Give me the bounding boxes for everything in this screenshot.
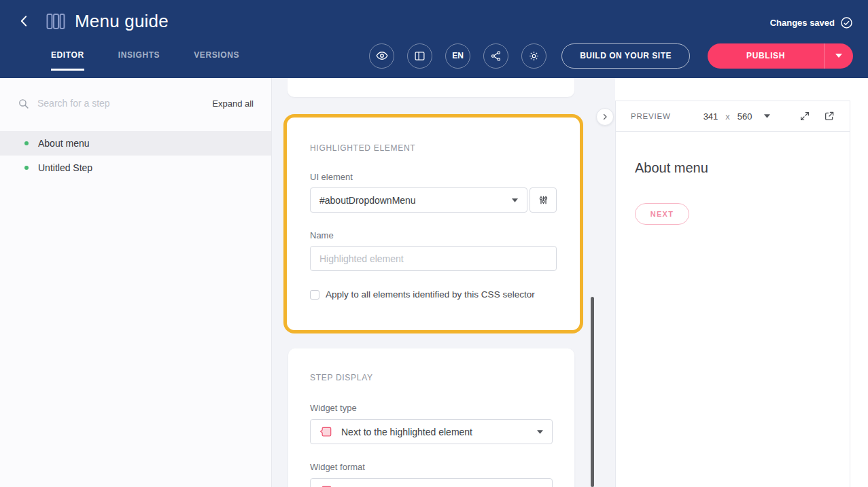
tooltip-widget-icon	[319, 425, 333, 439]
widget-format-select[interactable]	[310, 478, 553, 487]
widget-type-label: Widget type	[310, 403, 553, 413]
previous-card-partial	[288, 78, 574, 97]
preview-title: PREVIEW	[631, 112, 671, 120]
share-icon	[490, 50, 502, 62]
selector-settings-button[interactable]	[530, 187, 557, 213]
collapse-preview-button[interactable]	[596, 108, 614, 126]
gear-icon	[528, 50, 540, 62]
tab-editor[interactable]: EDITOR	[51, 50, 84, 71]
eye-icon	[376, 50, 388, 62]
step-label: Untitled Step	[38, 162, 92, 173]
check-circle-icon	[840, 16, 853, 29]
section-title: STEP DISPLAY	[310, 373, 553, 382]
preview-eye-button[interactable]	[369, 43, 394, 69]
changes-saved-label: Changes saved	[770, 18, 835, 28]
expand-all-link[interactable]: Expand all	[212, 98, 254, 109]
chevron-right-icon	[601, 113, 609, 121]
step-status-dot	[24, 166, 29, 170]
back-button[interactable]	[15, 12, 34, 31]
language-button[interactable]: EN	[445, 43, 470, 69]
publish-button-group: PUBLISH	[708, 43, 853, 69]
step-display-card: STEP DISPLAY Widget type Next to the hig…	[288, 348, 574, 487]
share-button[interactable]	[483, 43, 508, 69]
changes-saved-status: Changes saved	[770, 16, 853, 29]
highlighted-element-card: HIGHLIGHTED ELEMENT UI element #aboutDro…	[283, 114, 583, 333]
tab-insights[interactable]: INSIGHTS	[118, 50, 160, 69]
fullscreen-button[interactable]	[799, 111, 810, 122]
publish-button[interactable]: PUBLISH	[708, 43, 824, 69]
section-title: HIGHLIGHTED ELEMENT	[310, 143, 557, 153]
tab-versions[interactable]: VERSIONS	[194, 50, 239, 69]
sliders-icon	[538, 194, 549, 206]
preview-size-dropdown[interactable]: 341 x 560	[704, 111, 770, 122]
preview-panel: PREVIEW 341 x 560	[615, 101, 850, 487]
size-separator: x	[725, 111, 730, 122]
ui-element-label: UI element	[310, 172, 557, 182]
chevron-left-icon	[18, 14, 31, 28]
page-title: Menu guide	[75, 11, 169, 32]
apply-all-checkbox[interactable]	[310, 290, 319, 300]
element-name-input[interactable]	[310, 246, 557, 271]
publish-dropdown-button[interactable]	[824, 43, 853, 69]
ui-element-select[interactable]: #aboutDropdownMenu	[310, 187, 527, 213]
chevron-down-icon	[537, 430, 543, 434]
preview-height: 560	[737, 111, 752, 122]
app-header: Menu guide Changes saved EDITOR INSIGHTS…	[0, 0, 868, 78]
step-label: About menu	[38, 138, 90, 149]
chevron-down-icon	[835, 54, 842, 58]
layout-panel-icon	[414, 50, 426, 62]
build-on-site-button[interactable]: BUILD ON YOUR SITE	[561, 43, 690, 69]
expand-icon	[799, 111, 810, 122]
widget-type-value: Next to the highlighted element	[341, 427, 529, 437]
chevron-down-icon	[764, 114, 770, 118]
preview-region: PREVIEW 341 x 560	[615, 78, 868, 487]
name-label: Name	[310, 230, 557, 240]
tooltip-widget-icon	[319, 484, 333, 487]
search-icon	[18, 98, 29, 109]
settings-button[interactable]	[521, 43, 546, 69]
apply-all-checkbox-label: Apply to all elements identified by this…	[326, 289, 535, 300]
step-item-about-menu[interactable]: About menu	[0, 131, 271, 156]
preview-step-title: About menu	[635, 160, 831, 176]
search-step-input[interactable]	[37, 98, 212, 109]
chevron-down-icon	[512, 198, 518, 202]
step-item-untitled-step[interactable]: Untitled Step	[0, 156, 271, 180]
layout-button[interactable]	[407, 43, 432, 69]
open-in-new-button[interactable]	[824, 111, 835, 122]
ui-element-value: #aboutDropdownMenu	[319, 195, 512, 206]
widget-format-label: Widget format	[310, 462, 553, 472]
preview-width: 341	[704, 111, 718, 122]
steps-sidebar: Expand all About menu Untitled Step	[0, 78, 272, 487]
vertical-scrollbar[interactable]	[591, 297, 594, 487]
widget-type-select[interactable]: Next to the highlighted element	[310, 419, 553, 444]
columns-logo-icon	[46, 13, 65, 30]
step-settings-panel: HIGHLIGHTED ELEMENT UI element #aboutDro…	[272, 78, 615, 487]
next-button[interactable]: NEXT	[635, 203, 689, 225]
open-in-new-icon	[824, 111, 835, 122]
step-status-dot	[24, 141, 29, 145]
steps-list: About menu Untitled Step	[0, 131, 271, 180]
header-tabs: EDITOR INSIGHTS VERSIONS	[51, 50, 239, 71]
